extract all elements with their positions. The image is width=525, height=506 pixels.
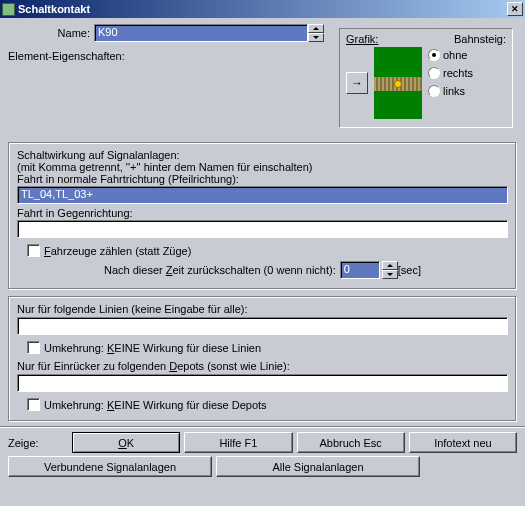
reverse-input[interactable] [17,220,508,238]
lines-invert-label: Umkehrung: KEINE Wirkung für diese Linie… [44,342,261,354]
all-signals-button[interactable]: Alle Signalanlagen [216,456,420,477]
depot-label: Nur für Einrücker zu folgenden Depots (s… [17,360,508,372]
name-spinner[interactable] [308,24,324,42]
window-title: Schaltkontakt [18,3,507,15]
depot-invert-label: Umkehrung: KEINE Wirkung für diese Depot… [44,399,267,411]
signal-hint: (mit Komma getrennt, ''+'' hinter dem Na… [17,161,508,173]
forward-input[interactable]: TL_04,TL_03+ [17,186,508,204]
forward-label: Fahrt in normale Fahrtrichtung (Pfeilric… [17,173,508,185]
help-button[interactable]: Hilfe F1 [184,432,292,453]
infotext-button[interactable]: Infotext neu [409,432,517,453]
spin-down-icon[interactable] [308,33,324,42]
ok-button[interactable]: OK [72,432,180,453]
sec-label: [sec] [398,264,421,276]
lines-header: Nur für folgende Linien (keine Eingabe f… [17,303,508,315]
signal-header: Schaltwirkung auf Signalanlagen: [17,149,508,161]
grafik-group: Grafik: Bahnsteig: → ohne rechts links [339,28,513,128]
spin-up-icon[interactable] [308,24,324,33]
delay-spinner[interactable] [382,261,398,279]
radio-rechts[interactable]: rechts [428,67,473,79]
lines-group: Nur für folgende Linien (keine Eingabe f… [8,296,517,422]
signal-group: Schaltwirkung auf Signalanlagen: (mit Ko… [8,142,517,290]
lines-input[interactable] [17,317,508,335]
depot-invert-checkbox[interactable] [27,398,40,411]
radio-links[interactable]: links [428,85,473,97]
direction-button[interactable]: → [346,72,368,94]
name-label: Name: [8,27,94,39]
app-icon [2,3,15,16]
cancel-button[interactable]: Abbruch Esc [297,432,405,453]
close-button[interactable]: ✕ [507,2,523,16]
bahnsteig-label: Bahnsteig: [454,33,506,45]
radio-ohne[interactable]: ohne [428,49,473,61]
depot-input[interactable] [17,374,508,392]
lines-invert-checkbox[interactable] [27,341,40,354]
reverse-label: Fahrt in Gegenrichtung: [17,207,508,219]
name-input[interactable]: K90 [94,24,308,42]
track-preview [374,47,422,119]
count-checkbox[interactable] [27,244,40,257]
zeige-label: Zeige: [8,437,68,449]
delay-label: Nach dieser Zeit zurückschalten (0 wenn … [104,264,336,276]
grafik-label: Grafik: [346,33,378,45]
delay-input[interactable]: 0 [340,261,380,279]
titlebar: Schaltkontakt ✕ [0,0,525,18]
connected-signals-button[interactable]: Verbundene Signalanlagen [8,456,212,477]
count-label: FFahrzeuge zählen (statt Züge)ahrzeuge z… [44,245,191,257]
